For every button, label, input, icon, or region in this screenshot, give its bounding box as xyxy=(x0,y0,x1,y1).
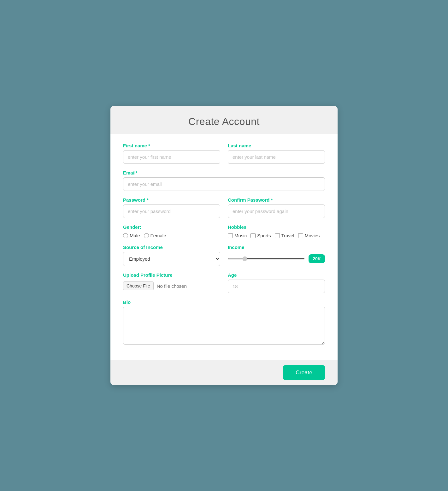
file-input-wrapper: Choose File No file chosen xyxy=(123,281,220,290)
bio-row: Bio xyxy=(123,299,325,345)
bio-group: Bio xyxy=(123,299,325,345)
gender-male-radio[interactable] xyxy=(123,233,128,238)
upload-picture-label: Upload Profile Picture xyxy=(123,272,220,278)
hobby-travel-label[interactable]: Travel xyxy=(275,233,294,238)
hobby-music-label[interactable]: Music xyxy=(228,233,247,238)
password-group: Password * xyxy=(123,197,220,218)
hobby-movies-label[interactable]: Movies xyxy=(298,233,320,238)
email-group: Email* xyxy=(123,170,325,191)
password-label: Password * xyxy=(123,197,220,203)
hobby-sports-checkbox[interactable] xyxy=(251,233,256,238)
confirm-password-group: Confirm Password * xyxy=(228,197,325,218)
modal-body: First name * Last name Email* Password *… xyxy=(110,134,338,360)
source-of-income-group: Source of Income Employed Self-Employed … xyxy=(123,245,220,266)
hobbies-label: Hobbies xyxy=(228,224,325,230)
hobby-music-checkbox[interactable] xyxy=(228,233,233,238)
password-input[interactable] xyxy=(123,204,220,218)
hobby-travel-checkbox[interactable] xyxy=(275,233,280,238)
confirm-password-input[interactable] xyxy=(228,204,325,218)
source-of-income-label: Source of Income xyxy=(123,245,220,250)
last-name-label: Last name xyxy=(228,143,325,148)
hobbies-checkbox-group: Music Sports Travel Movies xyxy=(228,233,325,238)
create-button[interactable]: Create xyxy=(283,365,325,380)
income-badge: 20K xyxy=(309,254,325,263)
create-account-modal: Create Account First name * Last name Em… xyxy=(110,106,338,385)
age-input[interactable] xyxy=(228,280,325,293)
modal-header: Create Account xyxy=(110,106,338,134)
first-name-group: First name * xyxy=(123,143,220,164)
bio-label: Bio xyxy=(123,299,325,305)
email-row: Email* xyxy=(123,170,325,191)
first-name-input[interactable] xyxy=(123,150,220,164)
gender-female-label[interactable]: Female xyxy=(144,233,166,238)
upload-age-row: Upload Profile Picture Choose File No fi… xyxy=(123,272,325,293)
gender-radio-group: Male Female xyxy=(123,233,220,238)
confirm-password-label: Confirm Password * xyxy=(228,197,325,203)
email-input[interactable] xyxy=(123,177,325,191)
last-name-input[interactable] xyxy=(228,150,325,164)
upload-picture-group: Upload Profile Picture Choose File No fi… xyxy=(123,272,220,293)
source-of-income-select[interactable]: Employed Self-Employed Freelancer Unempl… xyxy=(123,252,220,266)
income-row: Source of Income Employed Self-Employed … xyxy=(123,245,325,266)
name-row: First name * Last name xyxy=(123,143,325,164)
hobbies-group: Hobbies Music Sports Travel xyxy=(228,224,325,238)
modal-footer: Create xyxy=(110,360,338,385)
bio-textarea[interactable] xyxy=(123,307,325,345)
email-label: Email* xyxy=(123,170,325,175)
income-group: Income 20K xyxy=(228,245,325,266)
age-label: Age xyxy=(228,272,325,278)
first-name-label: First name * xyxy=(123,143,220,148)
income-slider[interactable] xyxy=(228,258,305,259)
gender-female-radio[interactable] xyxy=(144,233,149,238)
gender-hobbies-row: Gender: Male Female Hobbies xyxy=(123,224,325,238)
choose-file-button[interactable]: Choose File xyxy=(123,281,154,290)
no-file-text: No file chosen xyxy=(157,283,187,289)
gender-male-label[interactable]: Male xyxy=(123,233,140,238)
page-title: Create Account xyxy=(123,116,325,127)
slider-container: 20K xyxy=(228,254,325,263)
hobby-sports-label[interactable]: Sports xyxy=(251,233,271,238)
password-row: Password * Confirm Password * xyxy=(123,197,325,218)
age-group: Age xyxy=(228,272,325,293)
hobby-movies-checkbox[interactable] xyxy=(298,233,303,238)
income-label: Income xyxy=(228,245,325,250)
last-name-group: Last name xyxy=(228,143,325,164)
gender-label: Gender: xyxy=(123,224,220,230)
gender-group: Gender: Male Female xyxy=(123,224,220,238)
